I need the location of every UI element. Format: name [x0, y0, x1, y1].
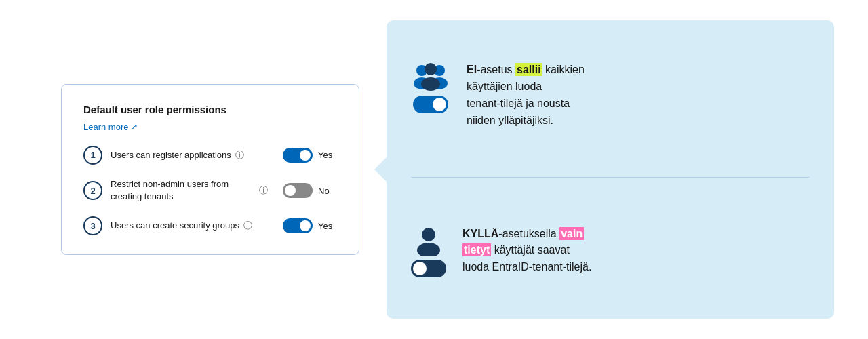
info-icon-3[interactable]: ⓘ: [243, 220, 252, 232]
toggle-knob-1: [300, 150, 311, 161]
vain-highlight: vain: [559, 227, 584, 240]
svg-point-5: [421, 77, 440, 91]
icon-area-1: [411, 62, 450, 113]
row-number-3: 3: [83, 216, 102, 235]
toggle-area-2: No: [276, 183, 337, 198]
row-label-2: Restrict non-admin users from creating t…: [111, 178, 268, 203]
row-number-2: 2: [83, 181, 102, 200]
multi-users-icon: [411, 62, 450, 92]
permission-row-3: 3 Users can create security groups ⓘ Yes: [83, 216, 337, 235]
learn-more-label: Learn more: [83, 122, 128, 132]
ei-suffix: -asetus: [477, 64, 515, 75]
toggle-icon-dark: [411, 260, 446, 277]
permission-row-2: 2 Restrict non-admin users from creating…: [83, 178, 337, 203]
svg-point-4: [425, 63, 437, 75]
permissions-card: Default user role permissions Learn more…: [61, 84, 359, 255]
kylla-bold: KYLLÄ: [462, 228, 498, 239]
toggle-label-2: No: [318, 186, 337, 196]
toggle-icon-knob-blue: [433, 98, 446, 111]
card-title: Default user role permissions: [83, 104, 337, 115]
toggle-label-3: Yes: [318, 221, 337, 231]
toggle-icon-knob-dark: [413, 262, 427, 275]
toggle-2[interactable]: [283, 183, 313, 198]
toggle-label-1: Yes: [318, 150, 337, 160]
toggle-1[interactable]: [283, 148, 313, 163]
kylla-suffix: -asetuksella: [498, 228, 559, 239]
toggle-icon-blue: [413, 96, 448, 113]
info-text-1: EI-asetus sallii kaikkienkäyttäjien luod…: [467, 62, 585, 129]
right-panel: EI-asetus sallii kaikkienkäyttäjien luod…: [387, 20, 834, 319]
toggle-knob-2: [285, 185, 296, 196]
svg-point-7: [417, 243, 440, 256]
row-number-1: 1: [83, 146, 102, 165]
ei-bold: EI: [467, 64, 477, 75]
divider: [411, 177, 810, 178]
sallii-highlight: sallii: [515, 63, 542, 76]
main-container: Default user role permissions Learn more…: [34, 20, 834, 319]
toggle-knob-3: [300, 220, 311, 231]
external-link-icon: ↗: [131, 122, 138, 132]
left-panel: Default user role permissions Learn more…: [34, 20, 387, 319]
info-text-2: KYLLÄ-asetuksella vaintietyt käyttäjät s…: [462, 226, 591, 276]
svg-point-6: [422, 228, 435, 241]
info-block-2: KYLLÄ-asetuksella vaintietyt käyttäjät s…: [411, 226, 810, 277]
learn-more-link[interactable]: Learn more ↗: [83, 122, 138, 132]
toggle-area-1: Yes: [276, 148, 337, 163]
tietyt-highlight: tietyt: [462, 243, 491, 256]
row-label-1: Users can register applications ⓘ: [111, 149, 268, 161]
permission-row-1: 1 Users can register applications ⓘ Yes: [83, 146, 337, 165]
single-user-icon: [415, 226, 442, 256]
row-label-3: Users can create security groups ⓘ: [111, 220, 268, 232]
toggle-area-3: Yes: [276, 218, 337, 233]
info-icon-2[interactable]: ⓘ: [259, 184, 268, 197]
icon-area-2: [411, 226, 446, 277]
info-icon-1[interactable]: ⓘ: [235, 149, 244, 161]
toggle-3[interactable]: [283, 218, 313, 233]
info-block-1: EI-asetus sallii kaikkienkäyttäjien luod…: [411, 62, 810, 129]
